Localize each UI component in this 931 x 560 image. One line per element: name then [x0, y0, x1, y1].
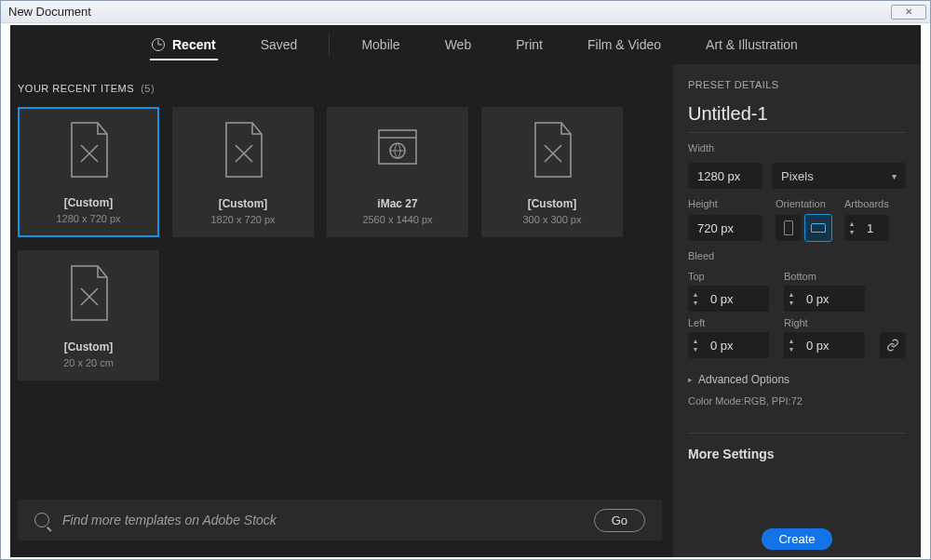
stepper-arrows[interactable]: ▲▼ [688, 289, 703, 308]
tab-recent[interactable]: Recent [129, 25, 238, 64]
artboards-stepper[interactable]: ▲▼ 1 [844, 215, 889, 241]
web-icon [371, 121, 424, 180]
bleed-right-input[interactable]: ▲▼ 0 px [784, 332, 865, 358]
link-icon [886, 339, 899, 352]
tab-label: Web [445, 37, 472, 52]
close-icon[interactable]: ✕ [891, 5, 926, 20]
tab-label: Art & Illustration [706, 37, 798, 52]
document-icon [526, 121, 578, 180]
tab-mobile[interactable]: Mobile [339, 25, 422, 64]
color-mode-summary: Color Mode:RGB, PPI:72 [688, 395, 906, 407]
preset-thumb [173, 108, 313, 193]
preset-dims: 2560 x 1440 px [362, 214, 432, 225]
category-tabs: Recent Saved Mobile Web Print Film & Vid… [10, 25, 921, 64]
content-area: YOUR RECENT ITEMS (5) [Custom] [10, 64, 921, 557]
document-icon [62, 121, 115, 180]
tab-saved[interactable]: Saved [238, 25, 320, 64]
window-title: New Document [8, 5, 91, 19]
bleed-bottom-label: Bottom [784, 271, 865, 282]
bleed-left-value: 0 px [703, 339, 741, 353]
preset-thumb [20, 109, 157, 193]
presets-pane: YOUR RECENT ITEMS (5) [Custom] [10, 64, 673, 557]
app-body: Recent Saved Mobile Web Print Film & Vid… [10, 25, 921, 557]
bleed-top-value: 0 px [703, 292, 741, 306]
chevron-right-icon: ▸ [688, 375, 693, 384]
height-input[interactable] [688, 215, 762, 241]
tab-print[interactable]: Print [493, 25, 565, 64]
bleed-right-label: Right [784, 317, 865, 328]
preset-card[interactable]: iMac 27 2560 x 1440 px [327, 107, 468, 237]
tab-web[interactable]: Web [423, 25, 494, 64]
orientation-label: Orientation [776, 198, 831, 209]
panel-heading: PRESET DETAILS [688, 79, 906, 90]
bleed-top-input[interactable]: ▲▼ 0 px [688, 286, 769, 312]
tab-film-video[interactable]: Film & Video [565, 25, 683, 64]
artboards-label: Artboards [844, 198, 889, 209]
tab-art-illustration[interactable]: Art & Illustration [683, 25, 820, 64]
stepper-arrows[interactable]: ▲▼ [784, 289, 799, 308]
preset-dims: 1280 x 720 px [56, 213, 120, 224]
bleed-label: Bleed [688, 250, 906, 261]
more-settings[interactable]: More Settings [688, 433, 906, 461]
clock-icon [152, 38, 165, 51]
preset-thumb [19, 251, 158, 337]
section-label-text: YOUR RECENT ITEMS [18, 83, 134, 94]
titlebar: New Document ✕ [1, 1, 930, 23]
preset-name: [Custom] [219, 197, 268, 210]
advanced-options-toggle[interactable]: ▸ Advanced Options [688, 373, 906, 386]
tab-label: Saved [261, 37, 298, 52]
preset-dims: 1820 x 720 px [210, 214, 275, 225]
preset-dims: 300 x 300 px [523, 214, 582, 225]
document-icon [62, 264, 115, 324]
artboards-value: 1 [859, 221, 881, 235]
tab-label: Film & Video [587, 37, 661, 52]
document-name[interactable]: Untitled-1 [688, 100, 906, 133]
bleed-left-input[interactable]: ▲▼ 0 px [688, 332, 769, 358]
stepper-arrows[interactable]: ▲▼ [844, 219, 859, 237]
search-input[interactable]: Find more templates on Adobe Stock [62, 513, 581, 527]
height-label: Height [688, 198, 762, 209]
bleed-left-label: Left [688, 317, 769, 328]
orientation-portrait[interactable] [776, 215, 802, 241]
preset-dims: 20 x 20 cm [63, 357, 114, 368]
tab-label: Recent [172, 37, 216, 52]
create-button[interactable]: Create [762, 528, 831, 550]
width-input[interactable] [688, 163, 762, 189]
portrait-icon [784, 220, 793, 235]
bleed-bottom-value: 0 px [799, 292, 837, 306]
tab-label: Mobile [361, 37, 399, 52]
landscape-icon [811, 223, 826, 233]
section-heading: YOUR RECENT ITEMS (5) [10, 83, 673, 107]
stock-search-bar: Find more templates on Adobe Stock Go [18, 500, 662, 540]
preset-name: [Custom] [528, 197, 577, 210]
orientation-landscape[interactable] [805, 215, 831, 241]
preset-card[interactable]: [Custom] 300 x 300 px [481, 107, 623, 237]
link-bleed-button[interactable] [880, 332, 906, 358]
preset-name: [Custom] [64, 340, 114, 353]
advanced-label: Advanced Options [698, 373, 789, 386]
unit-select[interactable]: Pixels ▾ [772, 163, 906, 189]
search-icon [34, 513, 49, 527]
document-icon [217, 121, 269, 180]
bleed-bottom-input[interactable]: ▲▼ 0 px [784, 286, 865, 312]
bleed-top-label: Top [688, 271, 769, 282]
stepper-arrows[interactable]: ▲▼ [784, 336, 799, 354]
chevron-down-icon: ▾ [892, 171, 897, 181]
tab-label: Print [516, 37, 543, 52]
width-label: Width [688, 142, 906, 153]
bleed-right-value: 0 px [799, 339, 837, 353]
section-count: (5) [141, 83, 155, 94]
stepper-arrows[interactable]: ▲▼ [688, 336, 703, 354]
go-button[interactable]: Go [594, 509, 645, 532]
preset-details-panel: PRESET DETAILS Untitled-1 Width Pixels ▾… [673, 64, 921, 557]
preset-name: iMac 27 [377, 197, 417, 210]
new-document-window: New Document ✕ Recent Saved Mobile Web P… [0, 0, 931, 560]
preset-grid: [Custom] 1280 x 720 px [Custom] 18 [10, 107, 673, 380]
preset-card[interactable]: [Custom] 1820 x 720 px [172, 107, 314, 237]
unit-value: Pixels [781, 169, 814, 183]
preset-card[interactable]: [Custom] 20 x 20 cm [18, 250, 159, 380]
preset-name: [Custom] [64, 196, 114, 209]
preset-card[interactable]: [Custom] 1280 x 720 px [18, 107, 159, 237]
preset-thumb [328, 108, 467, 193]
preset-thumb [482, 108, 622, 193]
